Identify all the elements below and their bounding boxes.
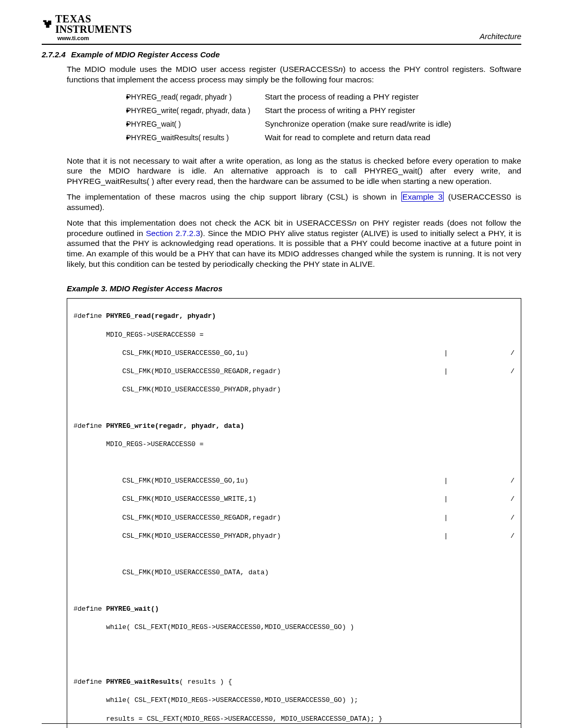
section-number: 2.7.2.4	[42, 50, 69, 59]
page-footer: SPRUEQ6–December 2007 Ethernet Media Acc…	[42, 723, 521, 728]
macro-name: PHYREG_waitResults( results )	[126, 133, 256, 142]
macro-name: PHYREG_write( regadr, phyadr, data )	[126, 106, 256, 115]
example-title: Example 3. MDIO Register Access Macros	[67, 284, 521, 293]
ti-chip-icon	[42, 18, 53, 30]
section-title: Example of MDIO Register Access Code	[71, 50, 219, 59]
list-item: PHYREG_write( regadr, phyadr, data ) Sta…	[134, 104, 521, 117]
paragraph: Note that it is not necessary to wait af…	[67, 156, 521, 187]
example-3-link[interactable]: Example 3	[401, 192, 444, 202]
paragraph: The implementation of these macros using…	[67, 192, 521, 213]
list-item: PHYREG_wait( ) Synchronize operation (ma…	[134, 117, 521, 131]
footer-rule	[42, 723, 521, 724]
paragraph: The MDIO module uses the MDIO user acces…	[67, 64, 521, 85]
macro-name: PHYREG_read( regadr, phyadr )	[126, 93, 256, 101]
section-2723-link[interactable]: Section 2.7.2.3	[146, 229, 200, 238]
section-heading: 2.7.2.4 Example of MDIO Register Access …	[42, 50, 521, 59]
list-item: PHYREG_read( regadr, phyadr ) Start the …	[134, 90, 521, 104]
header-rule	[42, 44, 521, 45]
list-item: PHYREG_waitResults( results ) Wait for r…	[134, 131, 521, 144]
macro-name: PHYREG_wait( )	[126, 120, 256, 128]
brand-bottom: INSTRUMENTS	[55, 23, 132, 35]
macro-list: PHYREG_read( regadr, phyadr ) Start the …	[134, 90, 521, 144]
logo-text: TEXAS INSTRUMENTS	[42, 14, 521, 34]
paragraph: Note that this implementation does not c…	[67, 218, 521, 269]
macro-desc: Synchronize operation (make sure read/wr…	[265, 119, 521, 129]
macro-desc: Start the process of writing a PHY regis…	[265, 106, 521, 115]
brand-top: TEXAS	[55, 13, 91, 24]
macro-desc: Wait for read to complete and return dat…	[265, 133, 521, 142]
code-listing: #define PHYREG_read(regadr, phyadr) MDIO…	[67, 298, 521, 728]
macro-desc: Start the process of reading a PHY regis…	[265, 92, 521, 102]
